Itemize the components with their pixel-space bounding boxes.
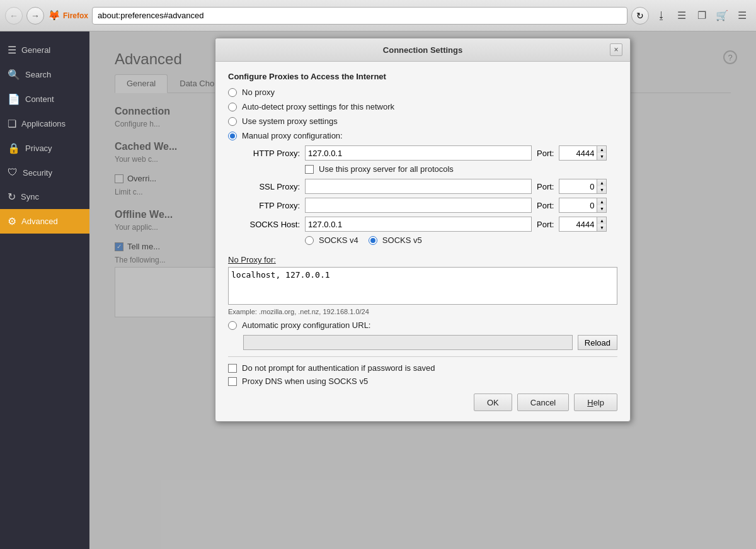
radio-system-proxy[interactable]	[228, 117, 237, 126]
reload-button[interactable]: Reload	[578, 335, 617, 350]
forward-button[interactable]: →	[26, 7, 44, 25]
socks-host-label: SOCKS Host:	[243, 220, 300, 229]
ssl-port-wrap: ▲ ▼	[559, 179, 607, 194]
sidebar-item-general[interactable]: ☰ General	[0, 38, 89, 62]
refresh-button[interactable]: ↻	[631, 7, 649, 25]
connection-settings-dialog: Connection Settings × Configure Proxies …	[215, 38, 631, 422]
sidebar-item-applications[interactable]: ❏ Applications	[0, 111, 89, 136]
proxy-dns-row: Proxy DNS when using SOCKS v5	[228, 376, 617, 386]
socks-port-wrap: ▲ ▼	[559, 217, 607, 232]
http-proxy-input[interactable]	[305, 145, 532, 161]
back-button[interactable]: ←	[5, 7, 23, 25]
ssl-port-label: Port:	[537, 182, 554, 191]
socks-v5-row: SOCKS v5	[369, 235, 422, 245]
radio-manual-proxy[interactable]	[228, 132, 237, 140]
no-auth-prompt-checkbox[interactable]	[228, 364, 237, 373]
sidebar-item-sync[interactable]: ↻ Sync	[0, 184, 89, 209]
firefox-label: Firefox	[63, 11, 88, 20]
radio-auto-detect[interactable]	[228, 103, 237, 111]
radio-manual-proxy-row: Manual proxy configuration:	[228, 131, 617, 140]
ssl-port-spinner: ▲ ▼	[597, 179, 607, 194]
socks-v5-label: SOCKS v5	[382, 235, 422, 245]
socks-host-input[interactable]	[305, 217, 532, 232]
toolbar-icons: ⭳ ☰ ❐ 🛒 ☰	[653, 7, 751, 25]
search-icon: 🔍	[8, 69, 20, 81]
sidebar-item-label-security: Security	[23, 168, 52, 178]
sidebar: ☰ General 🔍 Search 📄 Content ❏ Applicati…	[0, 31, 89, 549]
auto-proxy-label: Automatic proxy configuration URL:	[242, 320, 370, 330]
dialog-close-button[interactable]: ×	[610, 43, 622, 56]
socks-port-spinner: ▲ ▼	[597, 217, 607, 232]
main-layout: ☰ General 🔍 Search 📄 Content ❏ Applicati…	[0, 31, 756, 549]
general-icon: ☰	[8, 44, 16, 56]
address-bar[interactable]	[92, 7, 627, 25]
dialog-title: Connection Settings	[236, 45, 610, 55]
http-port-input[interactable]	[559, 145, 597, 161]
ok-button[interactable]: OK	[474, 393, 512, 411]
http-port-up[interactable]: ▲	[597, 146, 606, 153]
socks-port-label: Port:	[537, 220, 554, 229]
radio-no-proxy[interactable]	[228, 88, 237, 97]
http-port-down[interactable]: ▼	[597, 153, 606, 160]
socks-version-row: SOCKS v4 SOCKS v5	[243, 235, 617, 250]
pocket-icon[interactable]: ❐	[693, 7, 711, 25]
radio-auto-detect-row: Auto-detect proxy settings for this netw…	[228, 102, 617, 111]
ftp-proxy-label: FTP Proxy:	[243, 201, 300, 210]
radio-socks-v4[interactable]	[305, 236, 314, 245]
http-port-spinner: ▲ ▼	[597, 145, 607, 161]
ftp-port-up[interactable]: ▲	[597, 198, 606, 205]
sidebar-item-privacy[interactable]: 🔒 Privacy	[0, 136, 89, 161]
sidebar-item-content[interactable]: 📄 Content	[0, 87, 89, 111]
proxy-dns-checkbox[interactable]	[228, 377, 237, 386]
radio-auto-proxy[interactable]	[228, 321, 237, 330]
sync-icon: ↻	[8, 191, 16, 203]
ftp-port-input[interactable]	[559, 198, 597, 213]
applications-icon: ❏	[8, 118, 16, 130]
dialog-separator	[228, 356, 617, 357]
bookmarks-sidebar-icon[interactable]: ☰	[673, 7, 690, 25]
radio-system-proxy-row: Use system proxy settings	[228, 116, 617, 126]
shopping-icon[interactable]: 🛒	[713, 7, 731, 25]
use-for-all-row: Use this proxy server for all protocols	[243, 164, 617, 174]
ftp-port-down[interactable]: ▼	[597, 205, 606, 212]
sidebar-item-label-sync: Sync	[21, 192, 39, 201]
downloads-icon[interactable]: ⭳	[653, 7, 670, 25]
security-icon: 🛡	[8, 167, 18, 178]
socks-v4-row: SOCKS v4	[305, 235, 358, 245]
content-area: Advanced ? General Data Choices Network …	[89, 31, 756, 549]
use-for-all-label: Use this proxy server for all protocols	[319, 164, 454, 174]
proxy-dns-label: Proxy DNS when using SOCKS v5	[242, 376, 368, 386]
ssl-port-up[interactable]: ▲	[597, 179, 606, 186]
socks-port-down[interactable]: ▼	[597, 224, 606, 231]
auto-proxy-input[interactable]	[243, 335, 573, 350]
http-proxy-label: HTTP Proxy:	[243, 149, 300, 158]
http-port-label: Port:	[537, 149, 554, 158]
ftp-proxy-input[interactable]	[305, 198, 532, 213]
dialog-body: Configure Proxies to Access the Internet…	[215, 62, 630, 421]
radio-no-proxy-row: No proxy	[228, 88, 617, 97]
cancel-button[interactable]: Cancel	[517, 393, 569, 411]
radio-socks-v5[interactable]	[369, 236, 377, 245]
socks-port-up[interactable]: ▲	[597, 217, 606, 224]
dialog-overlay: Connection Settings × Configure Proxies …	[89, 31, 756, 549]
help-button[interactable]: Help	[574, 393, 617, 411]
ssl-proxy-input[interactable]	[305, 179, 532, 194]
sidebar-item-security[interactable]: 🛡 Security	[0, 161, 89, 184]
ftp-port-spinner: ▲ ▼	[597, 198, 607, 213]
no-proxy-label: No Proxy for:	[228, 255, 617, 264]
content-icon: 📄	[8, 93, 20, 105]
radio-manual-proxy-label: Manual proxy configuration:	[242, 131, 343, 140]
sidebar-item-search[interactable]: 🔍 Search	[0, 62, 89, 87]
no-proxy-textarea[interactable]: localhost, 127.0.0.1	[228, 267, 617, 305]
ssl-port-down[interactable]: ▼	[597, 186, 606, 193]
http-port-wrap: ▲ ▼	[559, 145, 607, 161]
auto-proxy-input-row: Reload	[228, 335, 617, 350]
ssl-port-input[interactable]	[559, 179, 597, 194]
dialog-title-bar: Connection Settings ×	[215, 38, 630, 62]
use-for-all-checkbox[interactable]	[305, 165, 314, 174]
menu-icon[interactable]: ☰	[733, 7, 751, 25]
ssl-proxy-label: SSL Proxy:	[243, 182, 300, 191]
auto-proxy-row: Automatic proxy configuration URL:	[228, 320, 617, 330]
socks-port-input[interactable]	[559, 217, 597, 232]
sidebar-item-advanced[interactable]: ⚙ Advanced	[0, 209, 89, 234]
